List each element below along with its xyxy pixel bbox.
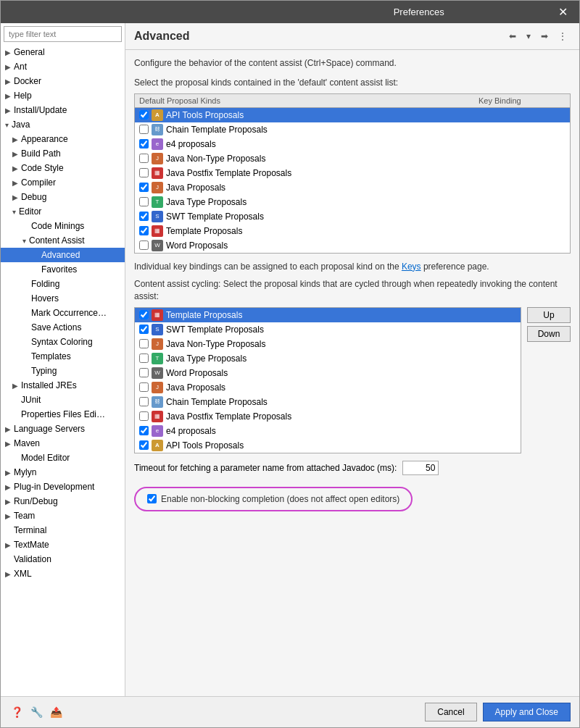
sidebar-item-model-editor[interactable]: ▶Model Editor [1,451,125,465]
sidebar-item-mylyn[interactable]: ▶Mylyn [1,465,125,480]
sidebar-item-typing[interactable]: ▶Typing [1,364,125,378]
proposal-checkbox[interactable] [139,212,149,221]
cycling-checkbox[interactable] [139,382,149,392]
sidebar-item-xml[interactable]: ▶XML [1,566,125,581]
nonblocking-checkbox[interactable] [147,494,157,503]
sidebar-item-syntax-coloring[interactable]: ▶Syntax Coloring [1,335,125,349]
proposal-checkbox[interactable] [139,240,149,250]
cycling-checkbox[interactable] [139,353,149,363]
keys-link[interactable]: Keys [402,262,421,272]
sidebar-item-label: Installed JREs [21,380,77,390]
sidebar-item-properties-files-edi[interactable]: ▶Properties Files Edi… [1,407,125,422]
cycling-section: ▦Template ProposalsSSWT Template Proposa… [134,307,571,453]
proposal-checkbox[interactable] [139,139,149,148]
back-button[interactable]: ⬅ [505,29,520,43]
restore-defaults-button[interactable]: 🔧 [29,705,44,719]
sidebar-item-team[interactable]: ▶Team [1,509,125,523]
proposal-row[interactable]: ee4 proposals [135,137,570,151]
cycling-row[interactable]: JJava Proposals [135,380,521,395]
dropdown-button[interactable]: ▾ [523,29,534,43]
sidebar-item-language-servers[interactable]: ▶Language Servers [1,422,125,436]
cycling-row[interactable]: WWord Proposals [135,366,521,380]
sidebar-item-run-debug[interactable]: ▶Run/Debug [1,494,125,509]
sidebar: ▶General▶Ant▶Docker▶Help▶Install/Update▾… [1,23,125,696]
cycling-row[interactable]: AAPI Tools Proposals [135,438,521,453]
sidebar-item-installed-jres[interactable]: ▶Installed JREs [1,378,125,393]
sidebar-item-ant[interactable]: ▶Ant [1,59,125,74]
proposal-row[interactable]: ▦Template Proposals [135,224,570,238]
sidebar-item-maven[interactable]: ▶Maven [1,436,125,451]
cycling-checkbox[interactable] [139,440,149,450]
sidebar-item-compiler[interactable]: ▶Compiler [1,175,125,190]
cancel-button[interactable]: Cancel [425,703,476,721]
sidebar-item-hovers[interactable]: ▶Hovers [1,291,125,306]
cycling-row[interactable]: SSWT Template Proposals [135,322,521,337]
sidebar-item-junit[interactable]: ▶JUnit [1,393,125,407]
cycling-checkbox[interactable] [139,325,149,334]
timeout-input[interactable] [402,461,439,475]
sidebar-item-templates[interactable]: ▶Templates [1,349,125,364]
sidebar-item-favorites[interactable]: ▶Favorites [1,262,125,277]
help-icon-button[interactable]: ❓ [9,705,25,719]
proposal-row[interactable]: WWord Proposals [135,238,570,253]
proposal-checkbox[interactable] [139,110,149,120]
proposal-row[interactable]: ▦Java Postfix Template Proposals [135,166,570,180]
apply-close-button[interactable]: Apply and Close [483,703,571,721]
sidebar-item-help[interactable]: ▶Help [1,88,125,103]
cycling-checkbox[interactable] [139,310,149,319]
up-button[interactable]: Up [527,307,571,323]
sidebar-item-code-minings[interactable]: ▶Code Minings [1,219,125,233]
cycling-row[interactable]: TJava Type Proposals [135,351,521,366]
sidebar-item-save-actions[interactable]: ▶Save Actions [1,320,125,335]
cycling-checkbox[interactable] [139,339,149,348]
sidebar-item-content-assist[interactable]: ▾Content Assist [1,233,125,248]
cycling-row[interactable]: JJava Non-Type Proposals [135,337,521,351]
proposal-row[interactable]: JJava Proposals [135,180,570,195]
sidebar-item-mark-occurrences[interactable]: ▶Mark Occurrence… [1,306,125,320]
expand-arrow: ▶ [5,469,11,477]
proposal-checkbox[interactable] [139,125,149,134]
cycling-row[interactable]: ▦Java Postfix Template Proposals [135,409,521,424]
sidebar-item-code-style[interactable]: ▶Code Style [1,161,125,175]
proposal-row[interactable]: JJava Non-Type Proposals [135,151,570,166]
proposal-checkbox[interactable] [139,226,149,235]
cycling-checkbox[interactable] [139,397,149,406]
export-button[interactable]: 📤 [49,705,64,719]
close-button[interactable]: ✕ [555,5,571,19]
cycling-row[interactable]: ⛓Chain Template Proposals [135,395,521,409]
sidebar-item-docker[interactable]: ▶Docker [1,74,125,88]
cycling-row[interactable]: ▦Template Proposals [135,308,521,322]
proposal-row[interactable]: ⛓Chain Template Proposals [135,122,570,137]
sidebar-item-install-update[interactable]: ▶Install/Update [1,103,125,117]
tmpl-icon: ▦ [152,167,163,179]
sidebar-item-plug-in-dev[interactable]: ▶Plug-in Development [1,480,125,494]
cycling-checkbox[interactable] [139,368,149,377]
sidebar-item-textmate[interactable]: ▶TextMate [1,537,125,552]
proposal-checkbox[interactable] [139,197,149,206]
sidebar-item-terminal[interactable]: ▶Terminal [1,523,125,537]
proposal-row[interactable]: TJava Type Proposals [135,195,570,209]
forward-button[interactable]: ➡ [537,29,552,43]
sidebar-item-label: Syntax Coloring [31,337,93,347]
down-button[interactable]: Down [527,326,571,342]
proposal-checkbox[interactable] [139,168,149,177]
cycling-checkbox[interactable] [139,411,149,421]
proposal-row[interactable]: AAPI Tools Proposals [135,108,570,122]
cycling-row[interactable]: ee4 proposals [135,424,521,438]
sidebar-item-java[interactable]: ▾Java [1,117,125,132]
proposal-row[interactable]: SSWT Template Proposals [135,209,570,224]
cycling-checkbox[interactable] [139,426,149,435]
sidebar-item-editor[interactable]: ▾Editor [1,204,125,219]
expand-arrow: ▶ [5,49,11,57]
sidebar-item-advanced[interactable]: ▶Advanced [1,248,125,262]
proposal-checkbox[interactable] [139,154,149,163]
sidebar-item-debug[interactable]: ▶Debug [1,190,125,204]
menu-button[interactable]: ⋮ [555,29,571,43]
sidebar-item-general[interactable]: ▶General [1,45,125,59]
sidebar-item-folding[interactable]: ▶Folding [1,277,125,291]
filter-input[interactable] [4,26,122,42]
proposal-checkbox[interactable] [139,183,149,192]
sidebar-item-validation[interactable]: ▶Validation [1,552,125,566]
sidebar-item-appearance[interactable]: ▶Appearance [1,132,125,146]
sidebar-item-build-path[interactable]: ▶Build Path [1,146,125,161]
